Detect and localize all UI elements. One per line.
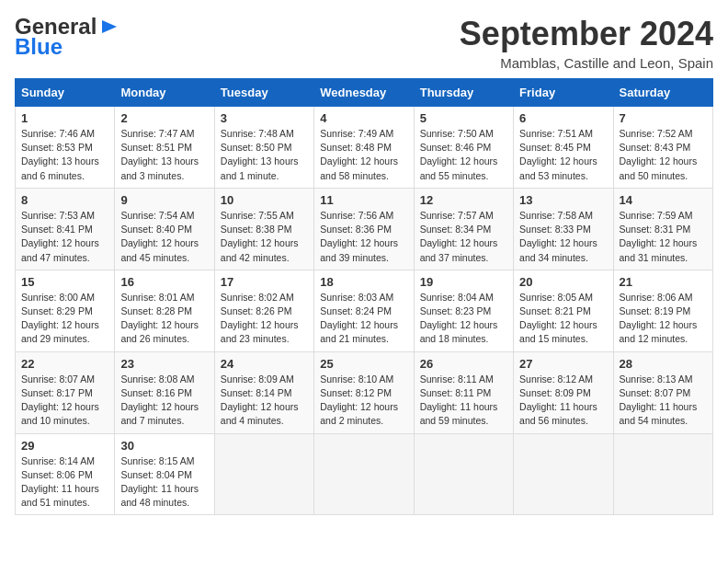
calendar-header-monday: Monday xyxy=(115,79,214,107)
calendar-cell: 1Sunrise: 7:46 AMSunset: 8:53 PMDaylight… xyxy=(16,107,115,189)
calendar-cell: 16Sunrise: 8:01 AMSunset: 8:28 PMDayligh… xyxy=(115,270,214,351)
day-number: 24 xyxy=(221,357,308,371)
day-number: 7 xyxy=(620,111,707,125)
day-info: Sunrise: 7:47 AMSunset: 8:51 PMDaylight:… xyxy=(120,127,208,183)
day-number: 4 xyxy=(320,111,407,125)
day-number: 26 xyxy=(420,357,507,371)
day-info: Sunrise: 8:15 AMSunset: 8:04 PMDaylight:… xyxy=(120,454,208,511)
day-info: Sunrise: 8:03 AMSunset: 8:24 PMDaylight:… xyxy=(320,291,407,347)
day-info: Sunrise: 7:49 AMSunset: 8:48 PMDaylight:… xyxy=(320,127,407,183)
calendar-cell: 27Sunrise: 8:12 AMSunset: 8:09 PMDayligh… xyxy=(514,351,613,433)
logo-flag-icon xyxy=(100,18,119,35)
day-number: 8 xyxy=(21,193,108,207)
day-number: 29 xyxy=(21,439,108,453)
calendar-cell: 8Sunrise: 7:53 AMSunset: 8:41 PMDaylight… xyxy=(16,188,115,270)
day-info: Sunrise: 7:50 AMSunset: 8:46 PMDaylight:… xyxy=(420,127,507,183)
day-number: 22 xyxy=(21,357,108,371)
day-info: Sunrise: 7:55 AMSunset: 8:38 PMDaylight:… xyxy=(221,209,308,265)
calendar-week-row: 22Sunrise: 8:07 AMSunset: 8:17 PMDayligh… xyxy=(16,351,713,433)
day-number: 14 xyxy=(620,193,707,207)
day-info: Sunrise: 7:53 AMSunset: 8:41 PMDaylight:… xyxy=(21,209,108,265)
calendar-cell: 15Sunrise: 8:00 AMSunset: 8:29 PMDayligh… xyxy=(16,270,115,351)
calendar-week-row: 8Sunrise: 7:53 AMSunset: 8:41 PMDaylight… xyxy=(16,188,713,270)
calendar: SundayMondayTuesdayWednesdayThursdayFrid… xyxy=(15,78,713,515)
day-info: Sunrise: 7:51 AMSunset: 8:45 PMDaylight:… xyxy=(519,127,607,183)
calendar-cell: 4Sunrise: 7:49 AMSunset: 8:48 PMDaylight… xyxy=(314,107,414,189)
day-info: Sunrise: 8:01 AMSunset: 8:28 PMDaylight:… xyxy=(120,291,208,347)
calendar-header-saturday: Saturday xyxy=(613,79,712,107)
day-number: 28 xyxy=(620,357,707,371)
calendar-cell: 17Sunrise: 8:02 AMSunset: 8:26 PMDayligh… xyxy=(214,270,313,351)
day-number: 3 xyxy=(221,111,308,125)
day-number: 2 xyxy=(120,111,208,125)
day-number: 30 xyxy=(120,439,208,453)
day-number: 6 xyxy=(519,111,607,125)
day-info: Sunrise: 7:48 AMSunset: 8:50 PMDaylight:… xyxy=(221,127,308,183)
day-info: Sunrise: 7:56 AMSunset: 8:36 PMDaylight:… xyxy=(320,209,407,265)
day-info: Sunrise: 8:12 AMSunset: 8:09 PMDaylight:… xyxy=(519,373,607,429)
calendar-cell: 12Sunrise: 7:57 AMSunset: 8:34 PMDayligh… xyxy=(414,188,513,270)
calendar-header-sunday: Sunday xyxy=(16,79,115,107)
day-info: Sunrise: 8:09 AMSunset: 8:14 PMDaylight:… xyxy=(221,373,308,429)
calendar-cell xyxy=(613,433,712,515)
calendar-header-friday: Friday xyxy=(514,79,613,107)
day-info: Sunrise: 8:00 AMSunset: 8:29 PMDaylight:… xyxy=(21,291,108,347)
calendar-cell: 19Sunrise: 8:04 AMSunset: 8:23 PMDayligh… xyxy=(414,270,513,351)
day-number: 16 xyxy=(120,275,208,289)
day-number: 23 xyxy=(120,357,208,371)
calendar-cell: 25Sunrise: 8:10 AMSunset: 8:12 PMDayligh… xyxy=(314,351,414,433)
day-number: 11 xyxy=(320,193,407,207)
calendar-cell xyxy=(214,433,313,515)
calendar-header-row: SundayMondayTuesdayWednesdayThursdayFrid… xyxy=(16,79,713,107)
calendar-cell: 20Sunrise: 8:05 AMSunset: 8:21 PMDayligh… xyxy=(514,270,613,351)
logo: General Blue xyxy=(15,15,119,60)
calendar-cell: 18Sunrise: 8:03 AMSunset: 8:24 PMDayligh… xyxy=(314,270,414,351)
svg-marker-0 xyxy=(102,20,117,33)
day-info: Sunrise: 8:14 AMSunset: 8:06 PMDaylight:… xyxy=(21,454,108,511)
calendar-cell: 24Sunrise: 8:09 AMSunset: 8:14 PMDayligh… xyxy=(214,351,313,433)
calendar-cell: 21Sunrise: 8:06 AMSunset: 8:19 PMDayligh… xyxy=(613,270,712,351)
day-info: Sunrise: 7:54 AMSunset: 8:40 PMDaylight:… xyxy=(120,209,208,265)
calendar-cell: 2Sunrise: 7:47 AMSunset: 8:51 PMDaylight… xyxy=(115,107,214,189)
day-number: 25 xyxy=(320,357,407,371)
calendar-cell: 5Sunrise: 7:50 AMSunset: 8:46 PMDaylight… xyxy=(414,107,513,189)
day-info: Sunrise: 7:57 AMSunset: 8:34 PMDaylight:… xyxy=(420,209,507,265)
calendar-cell: 14Sunrise: 7:59 AMSunset: 8:31 PMDayligh… xyxy=(613,188,712,270)
title-area: September 2024 Mamblas, Castille and Leo… xyxy=(460,15,713,71)
day-info: Sunrise: 8:04 AMSunset: 8:23 PMDaylight:… xyxy=(420,291,507,347)
calendar-cell xyxy=(514,433,613,515)
day-number: 5 xyxy=(420,111,507,125)
day-number: 20 xyxy=(519,275,607,289)
day-number: 17 xyxy=(221,275,308,289)
month-title: September 2024 xyxy=(460,15,713,53)
day-number: 12 xyxy=(420,193,507,207)
day-info: Sunrise: 8:05 AMSunset: 8:21 PMDaylight:… xyxy=(519,291,607,347)
day-number: 15 xyxy=(21,275,108,289)
calendar-cell: 30Sunrise: 8:15 AMSunset: 8:04 PMDayligh… xyxy=(115,433,214,515)
day-info: Sunrise: 8:02 AMSunset: 8:26 PMDaylight:… xyxy=(221,291,308,347)
calendar-cell: 28Sunrise: 8:13 AMSunset: 8:07 PMDayligh… xyxy=(613,351,712,433)
calendar-header-tuesday: Tuesday xyxy=(214,79,313,107)
day-number: 27 xyxy=(519,357,607,371)
day-info: Sunrise: 8:07 AMSunset: 8:17 PMDaylight:… xyxy=(21,373,108,429)
day-info: Sunrise: 7:59 AMSunset: 8:31 PMDaylight:… xyxy=(620,209,707,265)
calendar-cell: 3Sunrise: 7:48 AMSunset: 8:50 PMDaylight… xyxy=(214,107,313,189)
day-number: 21 xyxy=(620,275,707,289)
calendar-header-thursday: Thursday xyxy=(414,79,513,107)
day-info: Sunrise: 8:13 AMSunset: 8:07 PMDaylight:… xyxy=(620,373,707,429)
day-number: 9 xyxy=(120,193,208,207)
calendar-cell: 23Sunrise: 8:08 AMSunset: 8:16 PMDayligh… xyxy=(115,351,214,433)
day-number: 13 xyxy=(519,193,607,207)
day-info: Sunrise: 7:58 AMSunset: 8:33 PMDaylight:… xyxy=(519,209,607,265)
day-info: Sunrise: 7:46 AMSunset: 8:53 PMDaylight:… xyxy=(21,127,108,183)
header: General Blue September 2024 Mamblas, Cas… xyxy=(15,15,713,71)
calendar-header-wednesday: Wednesday xyxy=(314,79,414,107)
calendar-week-row: 15Sunrise: 8:00 AMSunset: 8:29 PMDayligh… xyxy=(16,270,713,351)
day-info: Sunrise: 8:06 AMSunset: 8:19 PMDaylight:… xyxy=(620,291,707,347)
day-info: Sunrise: 8:08 AMSunset: 8:16 PMDaylight:… xyxy=(120,373,208,429)
calendar-cell xyxy=(414,433,513,515)
calendar-cell: 7Sunrise: 7:52 AMSunset: 8:43 PMDaylight… xyxy=(613,107,712,189)
calendar-cell: 6Sunrise: 7:51 AMSunset: 8:45 PMDaylight… xyxy=(514,107,613,189)
calendar-cell xyxy=(314,433,414,515)
calendar-cell: 13Sunrise: 7:58 AMSunset: 8:33 PMDayligh… xyxy=(514,188,613,270)
